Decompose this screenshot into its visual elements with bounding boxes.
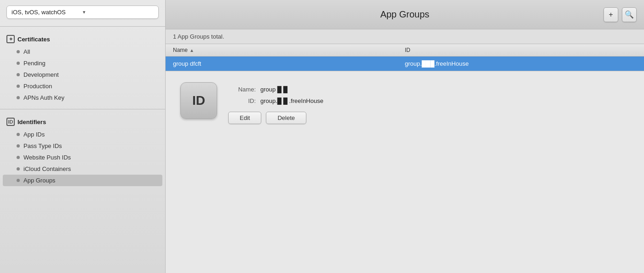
sidebar-item-all[interactable]: All [0, 46, 165, 57]
sidebar-item-label: Website Push IDs [23, 154, 71, 161]
detail-id-label: ID: [228, 97, 256, 104]
table-col-name-header[interactable]: Name ▲ [173, 47, 405, 53]
detail-icon-text: ID [192, 93, 205, 108]
total-count-text: 1 App Groups total. [173, 33, 224, 40]
subheader: 1 App Groups total. [166, 29, 644, 44]
dot-icon [17, 96, 20, 99]
detail-area: ID Name: group █ █ ID: group.█ █ .freeIn… [166, 71, 644, 273]
sidebar-item-label: Pending [23, 60, 46, 67]
identifiers-icon: ID [6, 118, 15, 126]
sidebar-item-label: Production [23, 83, 52, 90]
sidebar-item-label: Development [23, 71, 59, 78]
table-area: Name ▲ ID group dfcft group.███.freeInHo… [166, 44, 644, 71]
sidebar-item-production[interactable]: Production [0, 80, 165, 92]
dot-icon [17, 144, 20, 148]
detail-actions: Edit Delete [228, 112, 629, 124]
search-button[interactable]: 🔍 [622, 7, 637, 22]
dot-icon [17, 73, 20, 76]
dot-icon [17, 85, 20, 88]
dot-icon [17, 156, 20, 159]
sidebar: iOS, tvOS, watchOS ▾ ✦ Certificates All … [0, 0, 166, 273]
table-col-id-header: ID [405, 47, 637, 53]
sidebar-item-label: APNs Auth Key [23, 94, 64, 101]
certificates-section: ✦ Certificates All Pending Development P… [0, 28, 165, 107]
header-buttons: + 🔍 [604, 7, 637, 22]
sidebar-item-label: App IDs [23, 131, 45, 138]
dot-icon [17, 179, 20, 182]
sidebar-item-label: iCloud Containers [23, 165, 71, 172]
edit-button[interactable]: Edit [228, 112, 261, 124]
platform-label: iOS, tvOS, watchOS [12, 9, 83, 16]
sidebar-divider-2 [0, 109, 165, 109]
sidebar-item-label: App Groups [23, 177, 55, 184]
table-row[interactable]: group dfcft group.███.freeInHouse [166, 57, 644, 71]
sidebar-item-apns-auth-key[interactable]: APNs Auth Key [0, 92, 165, 103]
detail-name-row: Name: group █ █ [228, 86, 629, 93]
main-header: App Groups + 🔍 [166, 0, 644, 29]
add-button[interactable]: + [604, 7, 618, 22]
sidebar-item-label: Pass Type IDs [23, 142, 62, 149]
detail-id-value: group.█ █ .freeInHouse [260, 97, 323, 104]
sidebar-item-pass-type-ids[interactable]: Pass Type IDs [0, 140, 165, 152]
sidebar-item-label: All [23, 48, 30, 55]
certificates-icon: ✦ [6, 35, 15, 43]
page-title: App Groups [380, 9, 430, 20]
table-cell-id: group.███.freeInHouse [405, 60, 637, 67]
search-icon: 🔍 [625, 10, 634, 19]
identifiers-label: Identifiers [17, 119, 46, 125]
sidebar-divider [0, 26, 165, 27]
identifiers-section: ID Identifiers App IDs Pass Type IDs Web… [0, 111, 165, 190]
main-content: App Groups + 🔍 1 App Groups total. Name … [166, 0, 644, 273]
col-name-label: Name [173, 47, 188, 53]
sidebar-item-app-ids[interactable]: App IDs [0, 129, 165, 140]
detail-info: Name: group █ █ ID: group.█ █ .freeInHou… [228, 82, 629, 124]
delete-button[interactable]: Delete [266, 112, 306, 124]
sort-arrow-icon: ▲ [190, 48, 194, 53]
identifiers-header: ID Identifiers [0, 115, 165, 129]
sidebar-item-development[interactable]: Development [0, 69, 165, 80]
detail-name-label: Name: [228, 86, 256, 93]
col-id-label: ID [405, 47, 410, 53]
sidebar-item-icloud-containers[interactable]: iCloud Containers [0, 163, 165, 175]
detail-card: ID Name: group █ █ ID: group.█ █ .freeIn… [180, 82, 629, 124]
sidebar-item-app-groups[interactable]: App Groups [3, 175, 162, 186]
dot-icon [17, 167, 20, 171]
certificates-header: ✦ Certificates [0, 32, 165, 46]
sidebar-item-pending[interactable]: Pending [0, 57, 165, 69]
sidebar-item-website-push-ids[interactable]: Website Push IDs [0, 152, 165, 163]
detail-id-icon: ID [180, 82, 217, 119]
certificates-label: Certificates [17, 36, 50, 43]
detail-id-row: ID: group.█ █ .freeInHouse [228, 97, 629, 104]
table-header-row: Name ▲ ID [166, 44, 644, 57]
platform-selector[interactable]: iOS, tvOS, watchOS ▾ [6, 6, 159, 19]
chevron-down-icon: ▾ [83, 9, 154, 15]
dot-icon [17, 62, 20, 65]
detail-name-value: group █ █ [260, 86, 288, 93]
dot-icon [17, 133, 20, 136]
table-cell-name: group dfcft [173, 60, 405, 67]
dot-icon [17, 50, 20, 53]
